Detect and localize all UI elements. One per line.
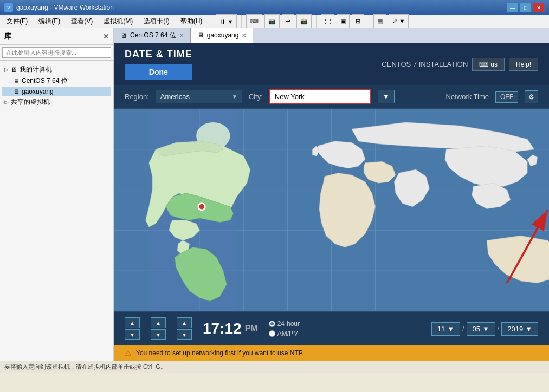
- day-value: 05: [473, 325, 480, 333]
- expand-icon: ▷: [4, 67, 9, 73]
- region-chevron-icon: ▼: [232, 94, 237, 100]
- city-dropdown-button[interactable]: ▼: [378, 90, 395, 103]
- hour-down-button[interactable]: ▼: [125, 329, 140, 340]
- resize-button[interactable]: ⤢ ▼: [389, 14, 409, 29]
- year-spinner[interactable]: 2019 ▼: [501, 322, 538, 336]
- sidebar-item-my-computer[interactable]: ▷ 🖥 我的计算机: [2, 64, 111, 75]
- hour-up-button[interactable]: ▲: [125, 317, 140, 328]
- map-area[interactable]: [114, 109, 549, 311]
- tab-gaoxuyang[interactable]: 🖥 gaoxuyang ✕: [191, 28, 254, 43]
- gear-icon: ⚙: [528, 93, 534, 101]
- second-up-button[interactable]: ▲: [177, 317, 192, 328]
- search-input[interactable]: [2, 47, 111, 58]
- minute-spinner: ▲ ▼: [151, 317, 166, 340]
- view-button[interactable]: ⊞: [352, 14, 364, 29]
- tab-gaoxuyang-close[interactable]: ✕: [242, 32, 246, 38]
- snapshot2-button[interactable]: 📸: [296, 14, 312, 29]
- minute-up-button[interactable]: ▲: [151, 317, 166, 328]
- separator-4: [369, 15, 369, 28]
- snapshot-button[interactable]: 📷: [264, 14, 280, 29]
- network-time-label: Network Time: [446, 93, 489, 101]
- keyboard-layout-label: us: [490, 61, 498, 68]
- time-value: 17:12: [203, 320, 242, 337]
- day-spinner[interactable]: 05 ▼: [467, 322, 495, 336]
- vm-icon-centos: 🖥: [13, 77, 20, 85]
- date-separator-1: /: [462, 325, 464, 332]
- keyboard-icon: ⌨: [479, 61, 488, 68]
- sidebar-centos-label: CentOS 7 64 位: [22, 76, 68, 86]
- world-map-svg: [114, 109, 549, 311]
- sidebar-header: 库 ✕: [0, 28, 113, 45]
- time-controls: ▲ ▼ ▲ ▼ ▲ ▼ 17:12: [114, 311, 549, 345]
- ntp-gear-button[interactable]: ⚙: [525, 90, 538, 103]
- sidebar-item-centos[interactable]: 🖥 CentOS 7 64 位: [2, 75, 111, 87]
- dt-header: DATE & TIME Done CENTOS 7 INSTALLATION ⌨…: [114, 43, 549, 85]
- year-chevron-icon: ▼: [525, 325, 532, 333]
- keyboard-button[interactable]: ⌨ us: [472, 58, 505, 71]
- help-button[interactable]: Help!: [509, 58, 538, 71]
- vm-icon-gaoxuyang: 🖥: [13, 88, 20, 95]
- time-display: 17:12 PM: [203, 320, 258, 337]
- city-input[interactable]: [269, 89, 371, 104]
- computer-icon: 🖥: [11, 66, 17, 74]
- format-24h-label: 24-hour: [277, 320, 300, 328]
- sidebar-close-icon[interactable]: ✕: [103, 32, 109, 41]
- main-layout: 库 ✕ ▷ 🖥 我的计算机 🖥 CentOS 7 64 位 🖥 gaoxuyan…: [0, 28, 549, 361]
- month-value: 11: [437, 325, 445, 333]
- dt-header-right: CENTOS 7 INSTALLATION ⌨ us Help!: [382, 58, 538, 71]
- month-spinner[interactable]: 11 ▼: [431, 322, 460, 336]
- menu-vm[interactable]: 虚拟机(M): [99, 16, 137, 27]
- sidebar-gaoxuyang-label: gaoxuyang: [22, 88, 54, 95]
- pause-button[interactable]: ⏸ ▼: [216, 14, 237, 29]
- date-time-panel: DATE & TIME Done CENTOS 7 INSTALLATION ⌨…: [114, 43, 549, 361]
- date-controls: 11 ▼ / 05 ▼ / 2019 ▼: [431, 322, 538, 336]
- separator-1: [211, 15, 211, 28]
- status-bar: 要将输入定向到该虚拟机，请在虚拟机内部单击或按 Ctrl+G。: [0, 361, 549, 373]
- sidebar-title: 库: [4, 31, 11, 41]
- minimize-button[interactable]: —: [507, 3, 519, 12]
- svg-point-18: [198, 204, 205, 210]
- region-dropdown[interactable]: Americas ▼: [156, 90, 242, 103]
- tree-section-my-computer: ▷ 🖥 我的计算机 🖥 CentOS 7 64 位 🖥 gaoxuyang ▷ …: [2, 64, 111, 108]
- maximize-button[interactable]: □: [520, 3, 532, 12]
- date-separator-2: /: [498, 325, 499, 332]
- menu-edit[interactable]: 编辑(E): [34, 16, 64, 27]
- format-24h-option[interactable]: 24-hour: [269, 320, 300, 328]
- fullscreen-button[interactable]: ⛶: [321, 14, 334, 29]
- revert-button[interactable]: ↩: [282, 14, 294, 29]
- format-ampm-option[interactable]: AM/PM: [269, 330, 300, 337]
- second-down-button[interactable]: ▼: [177, 329, 192, 340]
- format-options: 24-hour AM/PM: [269, 320, 300, 337]
- sidebar-item-gaoxuyang[interactable]: 🖥 gaoxuyang: [2, 87, 111, 96]
- sidebar-search-area: [0, 45, 113, 61]
- format-ampm-label: AM/PM: [277, 330, 299, 337]
- menu-bar: 文件(F) 编辑(E) 查看(V) 虚拟机(M) 选项卡(I) 帮助(H) ⏸ …: [0, 15, 549, 28]
- sidebar-item-label: 我的计算机: [20, 65, 52, 74]
- sidebar-item-shared-vms[interactable]: ▷ 共享的虚拟机: [2, 96, 111, 108]
- network-time-toggle[interactable]: OFF: [495, 91, 518, 103]
- menu-help[interactable]: 帮助(H): [176, 16, 207, 27]
- menu-file[interactable]: 文件(F): [2, 16, 32, 27]
- tab-centos[interactable]: 🖥 CentOS 7 64 位 ✕: [114, 28, 191, 43]
- hour-spinner: ▲ ▼: [125, 317, 140, 340]
- done-button[interactable]: Done: [125, 64, 192, 80]
- day-chevron-icon: ▼: [482, 325, 489, 333]
- radio-dot-24h: [270, 322, 274, 325]
- sidebar: 库 ✕ ▷ 🖥 我的计算机 🖥 CentOS 7 64 位 🖥 gaoxuyan…: [0, 28, 114, 361]
- send-key-button[interactable]: ⌨: [246, 14, 262, 29]
- separator-2: [241, 15, 242, 28]
- menu-tab[interactable]: 选项卡(I): [139, 16, 173, 27]
- tab-bar: 🖥 CentOS 7 64 位 ✕ 🖥 gaoxuyang ✕: [114, 28, 549, 43]
- shared-vms-label: 共享的虚拟机: [11, 97, 50, 107]
- app-icon: V: [4, 3, 13, 12]
- menu-view[interactable]: 查看(V): [67, 16, 97, 27]
- warning-text: You need to set up networking first if y…: [136, 349, 304, 357]
- separator-3: [316, 15, 317, 28]
- close-button[interactable]: ✕: [533, 3, 545, 12]
- unity-button[interactable]: ▣: [337, 14, 350, 29]
- minute-down-button[interactable]: ▼: [151, 329, 166, 340]
- radio-24h: [269, 321, 275, 327]
- city-chevron-icon: ▼: [383, 93, 390, 101]
- tab-centos-close[interactable]: ✕: [179, 32, 184, 38]
- console-button[interactable]: ▤: [373, 14, 386, 29]
